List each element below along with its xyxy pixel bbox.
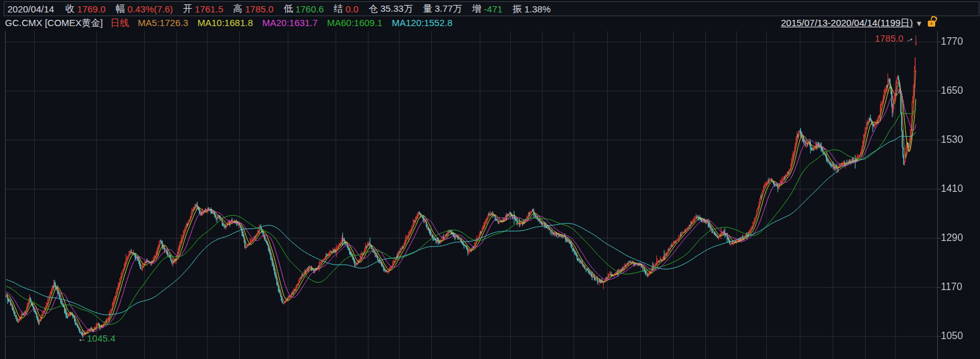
quote-field-label: 量 <box>423 3 432 15</box>
date-range-label[interactable]: 2015/07/13-2020/04/14(1199日) <box>781 17 913 29</box>
quote-field: 仓35.33万 <box>369 3 413 15</box>
quote-field: 幅0.43%(7.6) <box>116 3 173 15</box>
quote-fields: 收1769.0幅0.43%(7.6)开1761.5高1785.0低1760.6结… <box>65 3 561 15</box>
quote-field-label: 收 <box>65 3 75 15</box>
quote-field-label: 结 <box>334 3 343 15</box>
ma-legend-item: MA20:1631.7 <box>262 17 318 28</box>
y-axis-tick: 1770 <box>941 36 973 47</box>
quote-field: 低1760.6 <box>283 3 324 15</box>
chevron-down-icon[interactable]: ▼ <box>915 19 923 28</box>
period-high-value: 1785.0 <box>875 33 904 43</box>
y-axis-tick: 1650 <box>941 85 973 96</box>
ma-legend-item: MA120:1552.8 <box>392 17 452 28</box>
period-tab-daily[interactable]: 日线 <box>111 17 129 28</box>
ma-legend-item: MA5:1726.3 <box>138 17 188 28</box>
trading-app-window: { "palette":{"red":"#e8453f","green":"#3… <box>0 0 980 359</box>
quote-field-label: 开 <box>183 3 192 15</box>
ma-legend-item: MA10:1681.8 <box>198 17 253 28</box>
quote-field-value: 0.0 <box>346 4 359 14</box>
quote-field: 收1769.0 <box>65 3 106 15</box>
quote-field: 结0.0 <box>334 3 359 15</box>
symbol-label: GC.CMX [COMEX黄金] <box>5 17 103 28</box>
y-axis-tick: 1290 <box>941 232 973 243</box>
quote-status-bar: 2020/04/14 收1769.0幅0.43%(7.6)开1761.5高178… <box>4 1 979 16</box>
quote-field: 高1785.0 <box>233 3 273 15</box>
quote-field-label: 振 <box>513 3 522 15</box>
arrow-left-icon: ← <box>78 334 86 343</box>
quote-field-value: 35.33万 <box>380 3 413 15</box>
chart-area: 1770165015301410129011701050 1785.0→ ←10… <box>0 31 980 359</box>
quote-field-value: 1761.5 <box>195 4 223 14</box>
quote-field-label: 高 <box>233 3 242 15</box>
quote-field-value: 1.38% <box>524 4 551 14</box>
quote-field-label: 低 <box>283 3 293 15</box>
quote-field-value: 3.77万 <box>434 3 462 15</box>
ma-legend: MA5:1726.3MA10:1681.8MA20:1631.7MA60:160… <box>138 17 462 28</box>
period-low-value: 1045.4 <box>87 333 116 343</box>
y-axis-tick: 1170 <box>941 281 973 293</box>
quote-field: 量3.77万 <box>423 3 462 15</box>
quote-field-label: 增 <box>472 3 482 15</box>
quote-field-value: 1760.6 <box>295 4 324 14</box>
date-range-selector[interactable]: 2015/07/13-2020/04/14(1199日) ▼ <box>781 17 935 29</box>
y-axis-tick: 1530 <box>941 134 973 145</box>
quote-field-label: 仓 <box>369 3 378 15</box>
candlestick-chart[interactable] <box>0 31 980 359</box>
ma-legend-item: MA60:1609.1 <box>327 17 382 28</box>
quote-field: 开1761.5 <box>183 3 223 15</box>
quote-field-value: -471 <box>484 4 503 14</box>
quote-field-label: 幅 <box>116 3 125 15</box>
quote-field: 增-471 <box>472 3 503 15</box>
arrow-right-icon: → <box>903 32 915 45</box>
quote-field-value: 1785.0 <box>245 4 273 14</box>
unlock-icon[interactable] <box>928 20 935 27</box>
period-high-annotation: 1785.0→ <box>875 33 914 43</box>
period-low-annotation: ←1045.4 <box>78 333 116 343</box>
y-axis-tick: 1050 <box>941 330 973 342</box>
quote-field: 振1.38% <box>513 3 551 15</box>
chart-header: GC.CMX [COMEX黄金] 日线 MA5:1726.3MA10:1681.… <box>5 17 980 30</box>
quote-field-value: 0.43%(7.6) <box>127 4 173 14</box>
y-axis-tick: 1410 <box>941 183 973 194</box>
quote-field-value: 1769.0 <box>77 4 106 14</box>
quote-date: 2020/04/14 <box>7 4 54 14</box>
